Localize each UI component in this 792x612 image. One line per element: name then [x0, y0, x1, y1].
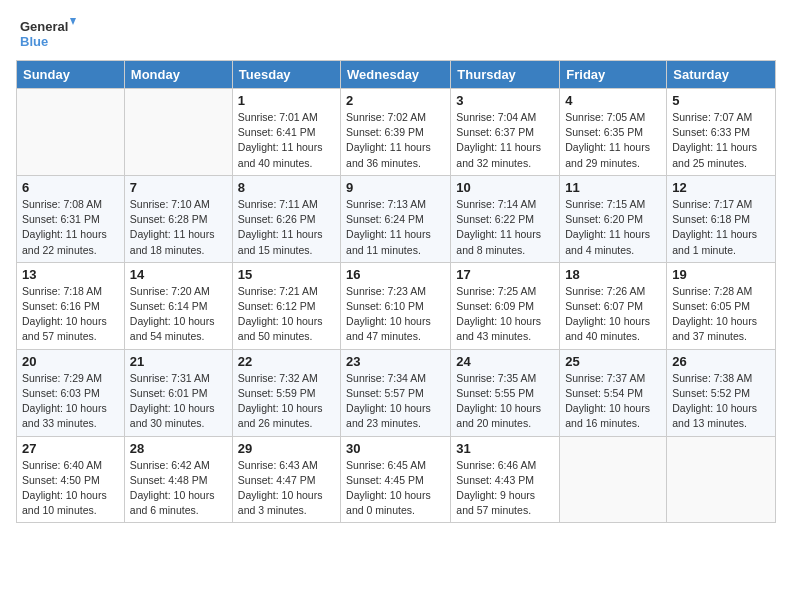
- day-number: 16: [346, 267, 445, 282]
- day-info: Sunrise: 7:02 AM Sunset: 6:39 PM Dayligh…: [346, 110, 445, 171]
- day-header-saturday: Saturday: [667, 61, 776, 89]
- calendar-cell: [667, 436, 776, 523]
- day-number: 2: [346, 93, 445, 108]
- calendar-cell: 12Sunrise: 7:17 AM Sunset: 6:18 PM Dayli…: [667, 175, 776, 262]
- calendar-cell: 29Sunrise: 6:43 AM Sunset: 4:47 PM Dayli…: [232, 436, 340, 523]
- day-header-thursday: Thursday: [451, 61, 560, 89]
- calendar-cell: 10Sunrise: 7:14 AM Sunset: 6:22 PM Dayli…: [451, 175, 560, 262]
- day-number: 3: [456, 93, 554, 108]
- day-info: Sunrise: 7:38 AM Sunset: 5:52 PM Dayligh…: [672, 371, 770, 432]
- day-number: 18: [565, 267, 661, 282]
- day-info: Sunrise: 6:46 AM Sunset: 4:43 PM Dayligh…: [456, 458, 554, 519]
- day-info: Sunrise: 7:21 AM Sunset: 6:12 PM Dayligh…: [238, 284, 335, 345]
- calendar-cell: 21Sunrise: 7:31 AM Sunset: 6:01 PM Dayli…: [124, 349, 232, 436]
- calendar-cell: [124, 89, 232, 176]
- day-info: Sunrise: 7:29 AM Sunset: 6:03 PM Dayligh…: [22, 371, 119, 432]
- calendar-cell: 19Sunrise: 7:28 AM Sunset: 6:05 PM Dayli…: [667, 262, 776, 349]
- calendar-cell: 8Sunrise: 7:11 AM Sunset: 6:26 PM Daylig…: [232, 175, 340, 262]
- day-number: 26: [672, 354, 770, 369]
- day-info: Sunrise: 7:32 AM Sunset: 5:59 PM Dayligh…: [238, 371, 335, 432]
- day-number: 25: [565, 354, 661, 369]
- calendar-cell: 7Sunrise: 7:10 AM Sunset: 6:28 PM Daylig…: [124, 175, 232, 262]
- calendar-cell: 25Sunrise: 7:37 AM Sunset: 5:54 PM Dayli…: [560, 349, 667, 436]
- day-info: Sunrise: 6:45 AM Sunset: 4:45 PM Dayligh…: [346, 458, 445, 519]
- day-info: Sunrise: 7:25 AM Sunset: 6:09 PM Dayligh…: [456, 284, 554, 345]
- calendar-week-row: 20Sunrise: 7:29 AM Sunset: 6:03 PM Dayli…: [17, 349, 776, 436]
- svg-marker-2: [70, 18, 76, 25]
- calendar-cell: 4Sunrise: 7:05 AM Sunset: 6:35 PM Daylig…: [560, 89, 667, 176]
- day-number: 22: [238, 354, 335, 369]
- calendar-cell: 6Sunrise: 7:08 AM Sunset: 6:31 PM Daylig…: [17, 175, 125, 262]
- calendar-table: SundayMondayTuesdayWednesdayThursdayFrid…: [16, 60, 776, 523]
- logo: General Blue: [20, 16, 76, 52]
- day-info: Sunrise: 7:05 AM Sunset: 6:35 PM Dayligh…: [565, 110, 661, 171]
- svg-text:General: General: [20, 19, 68, 34]
- day-number: 12: [672, 180, 770, 195]
- day-header-wednesday: Wednesday: [341, 61, 451, 89]
- day-header-tuesday: Tuesday: [232, 61, 340, 89]
- day-number: 17: [456, 267, 554, 282]
- calendar-cell: 16Sunrise: 7:23 AM Sunset: 6:10 PM Dayli…: [341, 262, 451, 349]
- day-number: 7: [130, 180, 227, 195]
- calendar-cell: 14Sunrise: 7:20 AM Sunset: 6:14 PM Dayli…: [124, 262, 232, 349]
- calendar-cell: 27Sunrise: 6:40 AM Sunset: 4:50 PM Dayli…: [17, 436, 125, 523]
- calendar-wrap: SundayMondayTuesdayWednesdayThursdayFrid…: [0, 60, 792, 539]
- day-number: 4: [565, 93, 661, 108]
- calendar-cell: 23Sunrise: 7:34 AM Sunset: 5:57 PM Dayli…: [341, 349, 451, 436]
- day-number: 10: [456, 180, 554, 195]
- calendar-cell: 20Sunrise: 7:29 AM Sunset: 6:03 PM Dayli…: [17, 349, 125, 436]
- day-info: Sunrise: 7:10 AM Sunset: 6:28 PM Dayligh…: [130, 197, 227, 258]
- day-info: Sunrise: 7:18 AM Sunset: 6:16 PM Dayligh…: [22, 284, 119, 345]
- calendar-cell: 31Sunrise: 6:46 AM Sunset: 4:43 PM Dayli…: [451, 436, 560, 523]
- calendar-cell: 9Sunrise: 7:13 AM Sunset: 6:24 PM Daylig…: [341, 175, 451, 262]
- calendar-cell: 2Sunrise: 7:02 AM Sunset: 6:39 PM Daylig…: [341, 89, 451, 176]
- calendar-header-row: SundayMondayTuesdayWednesdayThursdayFrid…: [17, 61, 776, 89]
- calendar-cell: [560, 436, 667, 523]
- day-info: Sunrise: 7:04 AM Sunset: 6:37 PM Dayligh…: [456, 110, 554, 171]
- day-info: Sunrise: 6:42 AM Sunset: 4:48 PM Dayligh…: [130, 458, 227, 519]
- day-info: Sunrise: 7:23 AM Sunset: 6:10 PM Dayligh…: [346, 284, 445, 345]
- day-info: Sunrise: 7:08 AM Sunset: 6:31 PM Dayligh…: [22, 197, 119, 258]
- day-info: Sunrise: 6:40 AM Sunset: 4:50 PM Dayligh…: [22, 458, 119, 519]
- calendar-cell: 1Sunrise: 7:01 AM Sunset: 6:41 PM Daylig…: [232, 89, 340, 176]
- calendar-week-row: 1Sunrise: 7:01 AM Sunset: 6:41 PM Daylig…: [17, 89, 776, 176]
- day-number: 15: [238, 267, 335, 282]
- calendar-cell: 30Sunrise: 6:45 AM Sunset: 4:45 PM Dayli…: [341, 436, 451, 523]
- day-number: 11: [565, 180, 661, 195]
- day-number: 9: [346, 180, 445, 195]
- calendar-week-row: 13Sunrise: 7:18 AM Sunset: 6:16 PM Dayli…: [17, 262, 776, 349]
- calendar-cell: 15Sunrise: 7:21 AM Sunset: 6:12 PM Dayli…: [232, 262, 340, 349]
- day-number: 19: [672, 267, 770, 282]
- day-number: 6: [22, 180, 119, 195]
- day-number: 14: [130, 267, 227, 282]
- calendar-cell: [17, 89, 125, 176]
- calendar-week-row: 6Sunrise: 7:08 AM Sunset: 6:31 PM Daylig…: [17, 175, 776, 262]
- day-number: 8: [238, 180, 335, 195]
- day-info: Sunrise: 7:34 AM Sunset: 5:57 PM Dayligh…: [346, 371, 445, 432]
- day-number: 13: [22, 267, 119, 282]
- day-number: 29: [238, 441, 335, 456]
- calendar-week-row: 27Sunrise: 6:40 AM Sunset: 4:50 PM Dayli…: [17, 436, 776, 523]
- day-number: 20: [22, 354, 119, 369]
- day-number: 1: [238, 93, 335, 108]
- calendar-cell: 18Sunrise: 7:26 AM Sunset: 6:07 PM Dayli…: [560, 262, 667, 349]
- day-number: 24: [456, 354, 554, 369]
- calendar-cell: 26Sunrise: 7:38 AM Sunset: 5:52 PM Dayli…: [667, 349, 776, 436]
- day-header-monday: Monday: [124, 61, 232, 89]
- calendar-cell: 11Sunrise: 7:15 AM Sunset: 6:20 PM Dayli…: [560, 175, 667, 262]
- day-number: 28: [130, 441, 227, 456]
- day-info: Sunrise: 7:11 AM Sunset: 6:26 PM Dayligh…: [238, 197, 335, 258]
- day-info: Sunrise: 7:07 AM Sunset: 6:33 PM Dayligh…: [672, 110, 770, 171]
- day-header-friday: Friday: [560, 61, 667, 89]
- calendar-cell: 3Sunrise: 7:04 AM Sunset: 6:37 PM Daylig…: [451, 89, 560, 176]
- day-header-sunday: Sunday: [17, 61, 125, 89]
- day-number: 5: [672, 93, 770, 108]
- day-info: Sunrise: 7:37 AM Sunset: 5:54 PM Dayligh…: [565, 371, 661, 432]
- day-info: Sunrise: 7:26 AM Sunset: 6:07 PM Dayligh…: [565, 284, 661, 345]
- day-number: 27: [22, 441, 119, 456]
- day-info: Sunrise: 7:15 AM Sunset: 6:20 PM Dayligh…: [565, 197, 661, 258]
- svg-text:Blue: Blue: [20, 34, 48, 49]
- day-number: 21: [130, 354, 227, 369]
- day-info: Sunrise: 6:43 AM Sunset: 4:47 PM Dayligh…: [238, 458, 335, 519]
- calendar-cell: 5Sunrise: 7:07 AM Sunset: 6:33 PM Daylig…: [667, 89, 776, 176]
